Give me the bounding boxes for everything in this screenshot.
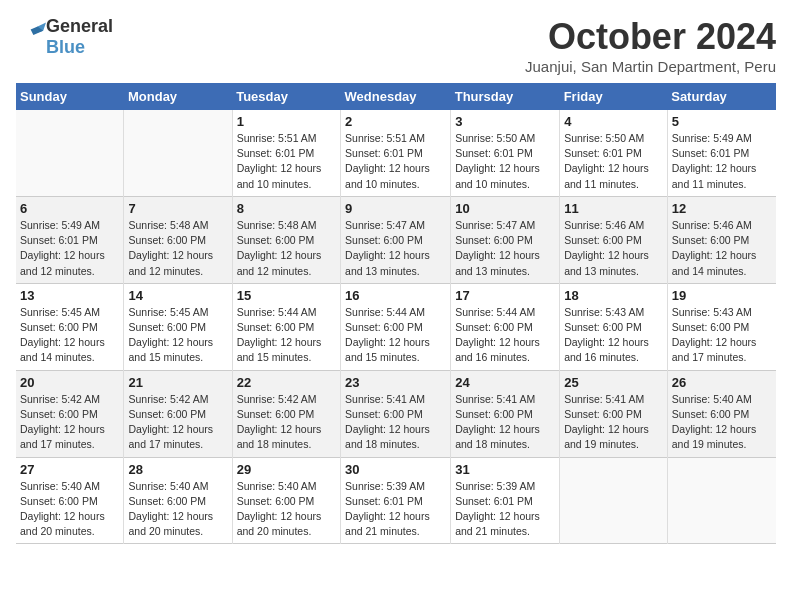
day-cell: 3Sunrise: 5:50 AM Sunset: 6:01 PM Daylig… [451, 110, 560, 196]
day-cell: 10Sunrise: 5:47 AM Sunset: 6:00 PM Dayli… [451, 196, 560, 283]
day-cell: 16Sunrise: 5:44 AM Sunset: 6:00 PM Dayli… [341, 283, 451, 370]
day-cell [667, 457, 776, 544]
day-number: 2 [345, 114, 446, 129]
day-number: 5 [672, 114, 772, 129]
week-row-4: 20Sunrise: 5:42 AM Sunset: 6:00 PM Dayli… [16, 370, 776, 457]
week-row-5: 27Sunrise: 5:40 AM Sunset: 6:00 PM Dayli… [16, 457, 776, 544]
day-number: 12 [672, 201, 772, 216]
day-cell: 15Sunrise: 5:44 AM Sunset: 6:00 PM Dayli… [232, 283, 340, 370]
day-info: Sunrise: 5:41 AM Sunset: 6:00 PM Dayligh… [564, 392, 663, 453]
day-number: 17 [455, 288, 555, 303]
day-cell: 12Sunrise: 5:46 AM Sunset: 6:00 PM Dayli… [667, 196, 776, 283]
location: Juanjui, San Martin Department, Peru [525, 58, 776, 75]
day-cell: 20Sunrise: 5:42 AM Sunset: 6:00 PM Dayli… [16, 370, 124, 457]
day-number: 19 [672, 288, 772, 303]
header-tuesday: Tuesday [232, 83, 340, 110]
day-number: 22 [237, 375, 336, 390]
day-number: 27 [20, 462, 119, 477]
day-info: Sunrise: 5:51 AM Sunset: 6:01 PM Dayligh… [345, 131, 446, 192]
day-cell: 8Sunrise: 5:48 AM Sunset: 6:00 PM Daylig… [232, 196, 340, 283]
day-info: Sunrise: 5:44 AM Sunset: 6:00 PM Dayligh… [237, 305, 336, 366]
day-number: 10 [455, 201, 555, 216]
day-info: Sunrise: 5:51 AM Sunset: 6:01 PM Dayligh… [237, 131, 336, 192]
page-header: General Blue October 2024 Juanjui, San M… [16, 16, 776, 75]
day-cell: 7Sunrise: 5:48 AM Sunset: 6:00 PM Daylig… [124, 196, 232, 283]
day-info: Sunrise: 5:42 AM Sunset: 6:00 PM Dayligh… [237, 392, 336, 453]
day-number: 11 [564, 201, 663, 216]
day-number: 13 [20, 288, 119, 303]
day-cell: 9Sunrise: 5:47 AM Sunset: 6:00 PM Daylig… [341, 196, 451, 283]
day-number: 14 [128, 288, 227, 303]
day-info: Sunrise: 5:47 AM Sunset: 6:00 PM Dayligh… [345, 218, 446, 279]
day-number: 23 [345, 375, 446, 390]
day-cell: 19Sunrise: 5:43 AM Sunset: 6:00 PM Dayli… [667, 283, 776, 370]
day-cell: 23Sunrise: 5:41 AM Sunset: 6:00 PM Dayli… [341, 370, 451, 457]
day-number: 30 [345, 462, 446, 477]
day-cell [16, 110, 124, 196]
day-number: 7 [128, 201, 227, 216]
day-cell: 6Sunrise: 5:49 AM Sunset: 6:01 PM Daylig… [16, 196, 124, 283]
day-number: 4 [564, 114, 663, 129]
day-cell: 4Sunrise: 5:50 AM Sunset: 6:01 PM Daylig… [560, 110, 668, 196]
day-info: Sunrise: 5:40 AM Sunset: 6:00 PM Dayligh… [237, 479, 336, 540]
day-number: 31 [455, 462, 555, 477]
day-info: Sunrise: 5:39 AM Sunset: 6:01 PM Dayligh… [345, 479, 446, 540]
day-number: 15 [237, 288, 336, 303]
day-cell: 30Sunrise: 5:39 AM Sunset: 6:01 PM Dayli… [341, 457, 451, 544]
day-number: 26 [672, 375, 772, 390]
day-cell: 11Sunrise: 5:46 AM Sunset: 6:00 PM Dayli… [560, 196, 668, 283]
day-number: 18 [564, 288, 663, 303]
day-number: 1 [237, 114, 336, 129]
logo-line2: Blue [46, 37, 113, 58]
day-info: Sunrise: 5:41 AM Sunset: 6:00 PM Dayligh… [345, 392, 446, 453]
day-number: 16 [345, 288, 446, 303]
day-cell: 28Sunrise: 5:40 AM Sunset: 6:00 PM Dayli… [124, 457, 232, 544]
day-info: Sunrise: 5:44 AM Sunset: 6:00 PM Dayligh… [455, 305, 555, 366]
calendar-header-row: SundayMondayTuesdayWednesdayThursdayFrid… [16, 83, 776, 110]
day-cell [124, 110, 232, 196]
day-info: Sunrise: 5:46 AM Sunset: 6:00 PM Dayligh… [672, 218, 772, 279]
day-cell: 21Sunrise: 5:42 AM Sunset: 6:00 PM Dayli… [124, 370, 232, 457]
day-info: Sunrise: 5:42 AM Sunset: 6:00 PM Dayligh… [20, 392, 119, 453]
day-cell: 17Sunrise: 5:44 AM Sunset: 6:00 PM Dayli… [451, 283, 560, 370]
header-saturday: Saturday [667, 83, 776, 110]
day-cell: 13Sunrise: 5:45 AM Sunset: 6:00 PM Dayli… [16, 283, 124, 370]
day-info: Sunrise: 5:49 AM Sunset: 6:01 PM Dayligh… [20, 218, 119, 279]
day-number: 6 [20, 201, 119, 216]
day-info: Sunrise: 5:40 AM Sunset: 6:00 PM Dayligh… [672, 392, 772, 453]
day-info: Sunrise: 5:46 AM Sunset: 6:00 PM Dayligh… [564, 218, 663, 279]
header-wednesday: Wednesday [341, 83, 451, 110]
day-info: Sunrise: 5:50 AM Sunset: 6:01 PM Dayligh… [564, 131, 663, 192]
day-info: Sunrise: 5:40 AM Sunset: 6:00 PM Dayligh… [20, 479, 119, 540]
header-monday: Monday [124, 83, 232, 110]
day-info: Sunrise: 5:45 AM Sunset: 6:00 PM Dayligh… [20, 305, 119, 366]
header-sunday: Sunday [16, 83, 124, 110]
day-info: Sunrise: 5:48 AM Sunset: 6:00 PM Dayligh… [128, 218, 227, 279]
day-cell: 1Sunrise: 5:51 AM Sunset: 6:01 PM Daylig… [232, 110, 340, 196]
day-number: 9 [345, 201, 446, 216]
day-info: Sunrise: 5:44 AM Sunset: 6:00 PM Dayligh… [345, 305, 446, 366]
calendar-body: 1Sunrise: 5:51 AM Sunset: 6:01 PM Daylig… [16, 110, 776, 544]
logo-icon [18, 21, 46, 49]
day-info: Sunrise: 5:39 AM Sunset: 6:01 PM Dayligh… [455, 479, 555, 540]
header-friday: Friday [560, 83, 668, 110]
day-cell: 27Sunrise: 5:40 AM Sunset: 6:00 PM Dayli… [16, 457, 124, 544]
day-number: 21 [128, 375, 227, 390]
logo: General Blue [16, 16, 113, 58]
calendar-table: SundayMondayTuesdayWednesdayThursdayFrid… [16, 83, 776, 544]
day-cell: 29Sunrise: 5:40 AM Sunset: 6:00 PM Dayli… [232, 457, 340, 544]
day-cell: 2Sunrise: 5:51 AM Sunset: 6:01 PM Daylig… [341, 110, 451, 196]
day-cell: 25Sunrise: 5:41 AM Sunset: 6:00 PM Dayli… [560, 370, 668, 457]
day-cell: 5Sunrise: 5:49 AM Sunset: 6:01 PM Daylig… [667, 110, 776, 196]
header-thursday: Thursday [451, 83, 560, 110]
day-info: Sunrise: 5:42 AM Sunset: 6:00 PM Dayligh… [128, 392, 227, 453]
day-number: 25 [564, 375, 663, 390]
day-cell: 14Sunrise: 5:45 AM Sunset: 6:00 PM Dayli… [124, 283, 232, 370]
week-row-3: 13Sunrise: 5:45 AM Sunset: 6:00 PM Dayli… [16, 283, 776, 370]
day-number: 8 [237, 201, 336, 216]
day-info: Sunrise: 5:50 AM Sunset: 6:01 PM Dayligh… [455, 131, 555, 192]
logo-line1: General [46, 16, 113, 37]
day-number: 24 [455, 375, 555, 390]
day-info: Sunrise: 5:47 AM Sunset: 6:00 PM Dayligh… [455, 218, 555, 279]
day-cell: 31Sunrise: 5:39 AM Sunset: 6:01 PM Dayli… [451, 457, 560, 544]
